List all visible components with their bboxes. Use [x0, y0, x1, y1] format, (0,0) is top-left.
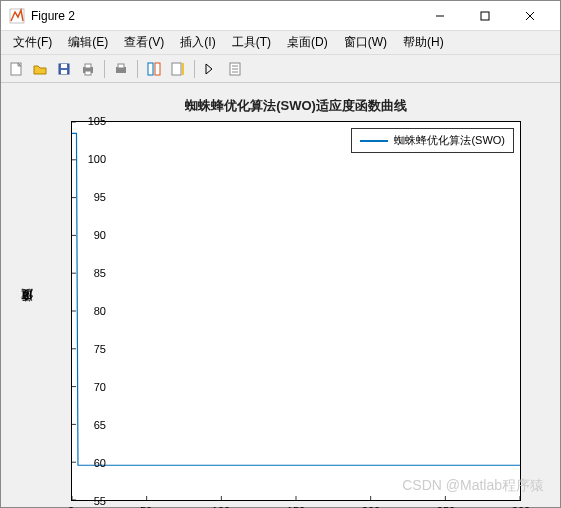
menubar: 文件(F) 编辑(E) 查看(V) 插入(I) 工具(T) 桌面(D) 窗口(W… — [1, 31, 560, 55]
print-button[interactable] — [77, 58, 99, 80]
menu-window[interactable]: 窗口(W) — [336, 31, 395, 54]
axes[interactable]: 蜘蛛蜂优化算法(SWO) — [71, 121, 521, 501]
menu-view[interactable]: 查看(V) — [116, 31, 172, 54]
link-plot-button[interactable] — [143, 58, 165, 80]
insert-colorbar-button[interactable] — [167, 58, 189, 80]
y-tick-label: 65 — [76, 419, 106, 431]
open-property-inspector-button[interactable] — [224, 58, 246, 80]
plot-area: 蜘蛛蜂优化算法(SWO)适应度函数曲线 适应度值 蜘蛛蜂优化算法(SWO) 迭代… — [1, 83, 560, 507]
menu-help[interactable]: 帮助(H) — [395, 31, 452, 54]
menu-insert[interactable]: 插入(I) — [172, 31, 223, 54]
minimize-button[interactable] — [417, 2, 462, 30]
chart-title: 蜘蛛蜂优化算法(SWO)适应度函数曲线 — [71, 97, 521, 115]
y-tick-label: 80 — [76, 305, 106, 317]
edit-plot-button[interactable] — [200, 58, 222, 80]
new-figure-button[interactable] — [5, 58, 27, 80]
window-controls — [417, 2, 552, 30]
svg-rect-14 — [148, 63, 153, 75]
y-tick-label: 90 — [76, 229, 106, 241]
svg-rect-11 — [85, 71, 91, 75]
line-plot — [72, 122, 520, 500]
matlab-figure-icon — [9, 8, 25, 24]
save-button[interactable] — [53, 58, 75, 80]
toolbar-separator — [137, 60, 138, 78]
y-tick-label: 85 — [76, 267, 106, 279]
svg-rect-15 — [155, 63, 160, 75]
svg-rect-8 — [61, 70, 67, 74]
window-title: Figure 2 — [31, 9, 417, 23]
legend-entry: 蜘蛛蜂优化算法(SWO) — [394, 133, 505, 148]
y-tick-label: 70 — [76, 381, 106, 393]
svg-rect-2 — [481, 12, 489, 20]
svg-rect-13 — [118, 64, 124, 68]
print-preview-button[interactable] — [110, 58, 132, 80]
legend[interactable]: 蜘蛛蜂优化算法(SWO) — [351, 128, 514, 153]
svg-rect-16 — [172, 63, 181, 75]
y-tick-label: 75 — [76, 343, 106, 355]
toolbar-separator — [194, 60, 195, 78]
figure-window: Figure 2 文件(F) 编辑(E) 查看(V) 插入(I) 工具(T) 桌… — [0, 0, 561, 508]
menu-file[interactable]: 文件(F) — [5, 31, 60, 54]
svg-rect-7 — [61, 64, 67, 68]
close-button[interactable] — [507, 2, 552, 30]
y-tick-label: 95 — [76, 191, 106, 203]
svg-rect-10 — [85, 64, 91, 68]
y-tick-label: 60 — [76, 457, 106, 469]
legend-line-icon — [360, 140, 388, 142]
svg-rect-17 — [182, 63, 184, 75]
titlebar: Figure 2 — [1, 1, 560, 31]
y-tick-label: 100 — [76, 153, 106, 165]
toolbar-separator — [104, 60, 105, 78]
maximize-button[interactable] — [462, 2, 507, 30]
toolbar — [1, 55, 560, 83]
menu-tools[interactable]: 工具(T) — [224, 31, 279, 54]
open-button[interactable] — [29, 58, 51, 80]
y-axis-label: 适应度值 — [19, 121, 36, 501]
menu-desktop[interactable]: 桌面(D) — [279, 31, 336, 54]
y-tick-label: 105 — [76, 115, 106, 127]
menu-edit[interactable]: 编辑(E) — [60, 31, 116, 54]
